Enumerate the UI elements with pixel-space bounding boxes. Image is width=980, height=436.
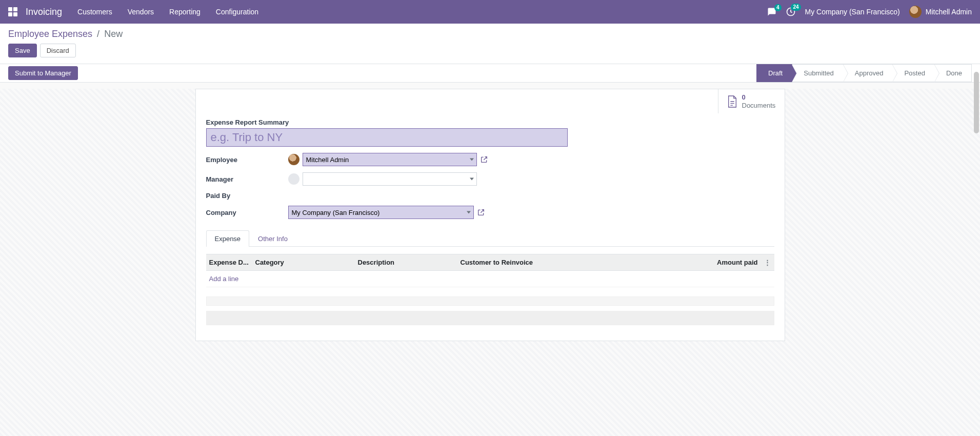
summary-input[interactable] [206, 128, 568, 147]
save-button[interactable]: Save [8, 44, 37, 57]
employee-label: Employee [206, 156, 288, 164]
status-bar: Draft Submitted Approved Posted Done [756, 64, 972, 82]
company-field[interactable] [288, 206, 474, 219]
manager-field[interactable] [303, 172, 477, 186]
documents-label: Documents [742, 102, 776, 110]
discard-button[interactable]: Discard [40, 44, 76, 57]
apps-icon[interactable] [8, 7, 17, 16]
table-footer-row [206, 296, 774, 306]
col-spacer [560, 254, 705, 271]
table-row-add: Add a line [206, 271, 774, 287]
nav-menu: Customers Vendors Reporting Configuratio… [77, 8, 258, 16]
external-link-icon[interactable] [477, 208, 485, 216]
tab-other-info[interactable]: Other Info [249, 230, 296, 247]
control-panel: Employee Expenses / New Save Discard [0, 24, 980, 64]
breadcrumb-current: New [104, 29, 123, 39]
breadcrumb: Employee Expenses / New [8, 29, 972, 39]
user-name: Mitchell Admin [926, 8, 972, 16]
chat-badge: 4 [774, 4, 782, 11]
tabs: Expense Other Info [206, 230, 774, 247]
table-summary-row [206, 311, 774, 325]
external-link-icon[interactable] [480, 155, 488, 164]
paid-by-label: Paid By [206, 192, 288, 200]
status-step-done[interactable]: Done [935, 64, 972, 82]
avatar [909, 6, 922, 18]
summary-label: Expense Report Summary [206, 118, 774, 126]
document-icon [727, 95, 738, 108]
status-step-posted[interactable]: Posted [893, 64, 934, 82]
status-step-submitted[interactable]: Submitted [792, 64, 844, 82]
kebab-icon[interactable]: ⋮ [764, 259, 771, 266]
documents-stat-button[interactable]: 0 Documents [718, 89, 785, 113]
submit-to-manager-button[interactable]: Submit to Manager [8, 66, 78, 80]
nav-configuration[interactable]: Configuration [216, 8, 258, 16]
status-step-draft[interactable]: Draft [756, 64, 792, 82]
app-title[interactable]: Invoicing [26, 7, 62, 17]
col-options[interactable]: ⋮ [761, 254, 774, 271]
tab-expense[interactable]: Expense [206, 230, 250, 247]
scrollbar-thumb[interactable] [974, 72, 979, 133]
documents-count: 0 [742, 93, 776, 102]
employee-avatar [288, 154, 299, 165]
employee-field[interactable] [303, 153, 477, 166]
nav-reporting[interactable]: Reporting [169, 8, 201, 16]
user-menu[interactable]: Mitchell Admin [909, 6, 972, 18]
nav-vendors[interactable]: Vendors [128, 8, 154, 16]
col-customer-reinvoice[interactable]: Customer to Reinvoice [457, 254, 560, 271]
col-category[interactable]: Category [252, 254, 355, 271]
col-description[interactable]: Description [355, 254, 457, 271]
status-row: Submit to Manager Draft Submitted Approv… [0, 64, 980, 83]
status-step-approved[interactable]: Approved [844, 64, 893, 82]
expense-lines-table: Expense D... Category Description Custom… [206, 254, 774, 287]
col-amount-paid[interactable]: Amount paid [705, 254, 761, 271]
add-line-link[interactable]: Add a line [209, 275, 239, 283]
chat-button[interactable]: 4 [767, 7, 776, 16]
col-expense-date[interactable]: Expense D... [206, 254, 252, 271]
form-sheet: 0 Documents Expense Report Summary Emplo… [195, 89, 785, 341]
activity-badge: 24 [791, 4, 801, 11]
top-nav: Invoicing Customers Vendors Reporting Co… [0, 0, 980, 24]
breadcrumb-parent[interactable]: Employee Expenses [8, 29, 92, 39]
nav-customers[interactable]: Customers [77, 8, 112, 16]
manager-avatar [288, 173, 299, 185]
company-label: Company [206, 209, 288, 216]
activity-button[interactable]: 24 [786, 7, 796, 17]
company-selector[interactable]: My Company (San Francisco) [805, 8, 900, 16]
manager-label: Manager [206, 175, 288, 183]
